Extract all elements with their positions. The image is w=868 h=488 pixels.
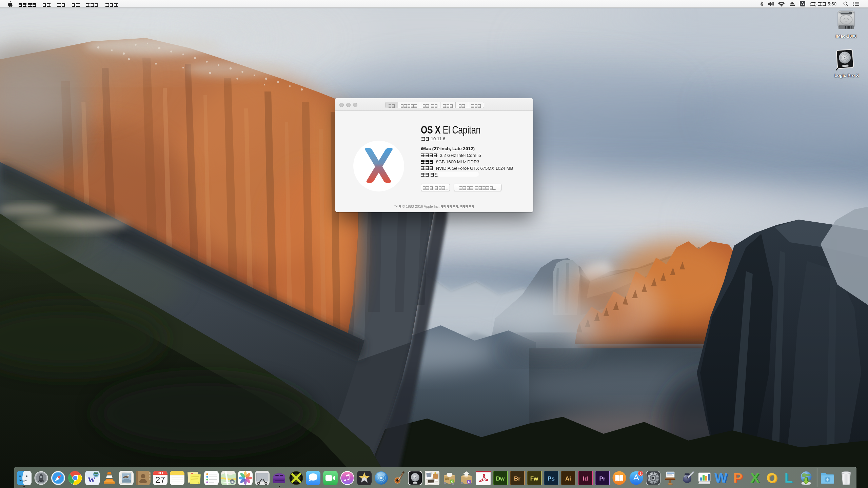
svg-text:Dw: Dw [496,475,505,482]
svg-text:Ai: Ai [565,475,571,482]
svg-text:Fw: Fw [530,475,538,482]
svg-text:1: 1 [639,472,642,475]
svg-text:Pr: Pr [599,475,606,482]
svg-text:L: L [785,471,793,485]
svg-text:O: O [766,471,777,485]
svg-text:Id: Id [583,475,588,482]
svg-text:Ps: Ps [548,475,555,482]
svg-text:27: 27 [155,475,165,485]
svg-text:W: W [714,471,727,485]
svg-text:X: X [750,471,760,485]
svg-text:G: G [451,480,453,483]
svg-text:P: P [733,471,743,485]
svg-text:Br: Br [514,475,520,482]
svg-text:12: 12 [158,472,161,475]
svg-text:G: G [468,480,470,484]
svg-text:3D: 3D [230,480,234,484]
